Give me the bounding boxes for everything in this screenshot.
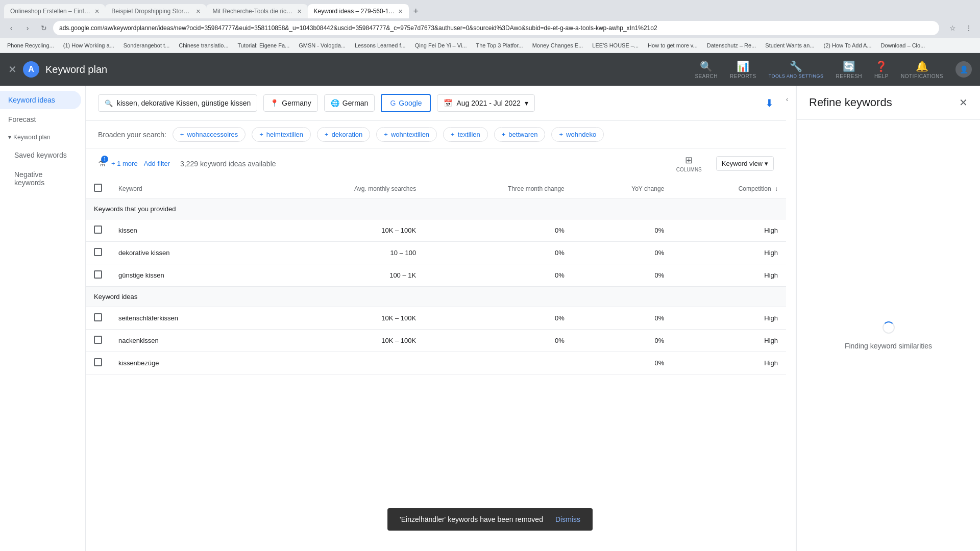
refresh-action[interactable]: 🔄 REFRESH bbox=[836, 60, 862, 79]
row-deko-checkbox[interactable] bbox=[94, 248, 102, 256]
row-seiten-checkbox[interactable] bbox=[94, 313, 102, 321]
browser-tab-1[interactable]: Onlineshop Erstellen – Einfa... × bbox=[4, 4, 105, 18]
view-select[interactable]: Keyword view ▾ bbox=[716, 156, 774, 171]
sidebar-item-negative-keywords[interactable]: Negative keywords bbox=[0, 165, 81, 192]
competition-guenstig: High bbox=[672, 264, 786, 287]
col-competition[interactable]: Competition ↓ bbox=[672, 179, 786, 199]
col-three-month: Three month change bbox=[424, 179, 573, 199]
menu-button[interactable]: ⋮ bbox=[962, 21, 976, 35]
snackbar-dismiss-button[interactable]: Dismiss bbox=[555, 515, 580, 523]
bookmark-6[interactable]: GMSN - Vologda... bbox=[296, 41, 349, 49]
sidebar-item-forecast[interactable]: Forecast bbox=[0, 110, 81, 129]
broaden-chip-6-label: bettwaren bbox=[508, 131, 537, 138]
broaden-chip-1[interactable]: + wohnaccessoires bbox=[173, 127, 246, 142]
row-kissen-checkbox[interactable] bbox=[94, 226, 102, 234]
refine-panel-close-button[interactable]: ✕ bbox=[959, 96, 968, 109]
bookmark-2[interactable]: (1) How Working a... bbox=[60, 41, 117, 49]
browser-tab-4[interactable]: Keyword ideas – 279-560-18... × bbox=[308, 4, 409, 18]
top-app-bar: ✕ A Keyword plan 🔍 SEARCH 📊 REPORTS 🔧 TO… bbox=[0, 53, 980, 86]
row-guenstig-checkbox[interactable] bbox=[94, 270, 102, 279]
row-nacken-checkbox[interactable] bbox=[94, 336, 102, 344]
broaden-chip-2[interactable]: + heimtextilien bbox=[252, 127, 311, 142]
bookmark-15[interactable]: (2) How To Add A... bbox=[821, 41, 875, 49]
location-label: Germany bbox=[282, 99, 311, 107]
table-row: dekorative kissen 10 – 100 0% 0% High bbox=[86, 242, 786, 264]
bookmark-5[interactable]: Tutorial: Eigene Fa... bbox=[235, 41, 293, 49]
bookmark-1[interactable]: Phone Recycling... bbox=[4, 41, 57, 49]
sidebar-collapse-toggle[interactable]: ‹ bbox=[786, 86, 796, 551]
columns-button[interactable]: ⊞ COLUMNS bbox=[676, 155, 702, 172]
more-filters-button[interactable]: + 1 more bbox=[111, 160, 138, 167]
address-bar[interactable]: ads.google.com/aw/keywordplanner/ideas/n… bbox=[53, 21, 939, 35]
sidebar-item-saved-keywords[interactable]: Saved keywords bbox=[0, 146, 81, 164]
language-filter[interactable]: 🌐 German bbox=[324, 94, 375, 112]
broaden-search-bar: Broaden your search: + wohnaccessoires +… bbox=[86, 121, 786, 148]
bookmark-16[interactable]: Download – Clo... bbox=[877, 41, 928, 49]
three-month-seiten: 0% bbox=[424, 307, 573, 330]
avatar-icon: 👤 bbox=[960, 65, 968, 73]
select-all-checkbox[interactable] bbox=[94, 184, 102, 192]
browser-tab-2[interactable]: Beispiel Dropshipping Store –... × bbox=[105, 4, 206, 18]
search-action[interactable]: 🔍 SEARCH bbox=[695, 60, 718, 79]
avg-guenstig: 100 – 1K bbox=[265, 264, 424, 287]
bookmark-12[interactable]: How to get more v... bbox=[645, 41, 701, 49]
broaden-chip-3[interactable]: + dekoration bbox=[317, 127, 370, 142]
keyword-search-box[interactable]: 🔍 kissen, dekorative Kissen, günstige ki… bbox=[98, 94, 257, 112]
help-action[interactable]: ❓ HELP bbox=[874, 60, 889, 79]
row-kissenbezug-checkbox[interactable] bbox=[94, 358, 102, 366]
bookmark-3[interactable]: Sonderangebot t... bbox=[120, 41, 173, 49]
tools-label: TOOLS AND SETTINGS bbox=[769, 73, 824, 79]
sidebar-item-keyword-ideas[interactable]: Keyword ideas bbox=[0, 91, 81, 109]
close-tab-3-icon[interactable]: × bbox=[297, 7, 301, 15]
browser-tab-3[interactable]: Mit Recherche-Tools die rich... × bbox=[206, 4, 307, 18]
three-month-kissen: 0% bbox=[424, 219, 573, 242]
bookmark-button[interactable]: ☆ bbox=[945, 21, 960, 35]
ads-logo: A bbox=[23, 61, 39, 78]
bookmark-11[interactable]: LEE'S HOUSE –... bbox=[589, 41, 642, 49]
close-app-icon[interactable]: ✕ bbox=[8, 63, 17, 76]
keyword-guenstig: günstige kissen bbox=[110, 264, 265, 287]
keyword-kissen: kissen bbox=[110, 219, 265, 242]
broaden-chip-4[interactable]: + wohntextilien bbox=[376, 127, 437, 142]
network-label: Google bbox=[399, 99, 422, 107]
broaden-chip-6[interactable]: + bettwaren bbox=[494, 127, 546, 142]
download-button[interactable]: ⬇ bbox=[765, 97, 774, 109]
sidebar-item-keyword-plan[interactable]: ▾ Keyword plan bbox=[0, 130, 85, 145]
tools-action[interactable]: 🔧 TOOLS AND SETTINGS bbox=[769, 60, 824, 79]
three-month-nacken: 0% bbox=[424, 330, 573, 352]
search-filter-bar: 🔍 kissen, dekorative Kissen, günstige ki… bbox=[86, 86, 786, 121]
add-filter-button[interactable]: Add filter bbox=[144, 160, 170, 167]
location-filter[interactable]: 📍 Germany bbox=[263, 94, 318, 112]
bookmark-4[interactable]: Chinese translatio... bbox=[176, 41, 231, 49]
close-tab-1-icon[interactable]: × bbox=[95, 7, 99, 15]
forward-button[interactable]: › bbox=[20, 21, 35, 35]
yoy-kissen: 0% bbox=[573, 219, 673, 242]
section-ideas: Keyword ideas bbox=[86, 287, 786, 307]
yoy-guenstig: 0% bbox=[573, 264, 673, 287]
network-filter[interactable]: G Google bbox=[381, 94, 431, 112]
filter-button[interactable]: ⚗ 1 bbox=[98, 159, 105, 168]
bookmark-9[interactable]: The Top 3 Platfor... bbox=[473, 41, 526, 49]
notifications-action[interactable]: 🔔 NOTIFICATIONS bbox=[901, 60, 943, 79]
keyword-deko: dekorative kissen bbox=[110, 242, 265, 264]
reports-action[interactable]: 📊 REPORTS bbox=[730, 60, 756, 79]
bookmark-10[interactable]: Money Changes E... bbox=[529, 41, 586, 49]
bookmark-8[interactable]: Qing Fei De Yi – Vi... bbox=[412, 41, 470, 49]
bookmark-13[interactable]: Datenschutz – Re... bbox=[704, 41, 760, 49]
user-avatar[interactable]: 👤 bbox=[955, 61, 972, 78]
broaden-chip-7[interactable]: + wohndeko bbox=[551, 127, 604, 142]
broaden-chip-5[interactable]: + textilien bbox=[443, 127, 488, 142]
close-tab-2-icon[interactable]: × bbox=[196, 7, 200, 15]
close-tab-4-icon[interactable]: × bbox=[399, 7, 403, 15]
bookmark-7[interactable]: Lessons Learned f... bbox=[352, 41, 409, 49]
new-tab-button[interactable]: + bbox=[409, 4, 423, 18]
location-icon: 📍 bbox=[270, 99, 279, 107]
notifications-label: NOTIFICATIONS bbox=[901, 73, 943, 79]
reload-button[interactable]: ↻ bbox=[37, 21, 51, 35]
search-icon: 🔍 bbox=[105, 99, 113, 107]
back-button[interactable]: ‹ bbox=[4, 21, 18, 35]
date-range-filter[interactable]: 📅 Aug 2021 - Jul 2022 ▾ bbox=[437, 94, 534, 112]
keyword-kissenbezug: kissenbezüge bbox=[110, 352, 265, 374]
bookmark-14[interactable]: Student Wants an... bbox=[762, 41, 817, 49]
tools-icon: 🔧 bbox=[790, 60, 802, 72]
